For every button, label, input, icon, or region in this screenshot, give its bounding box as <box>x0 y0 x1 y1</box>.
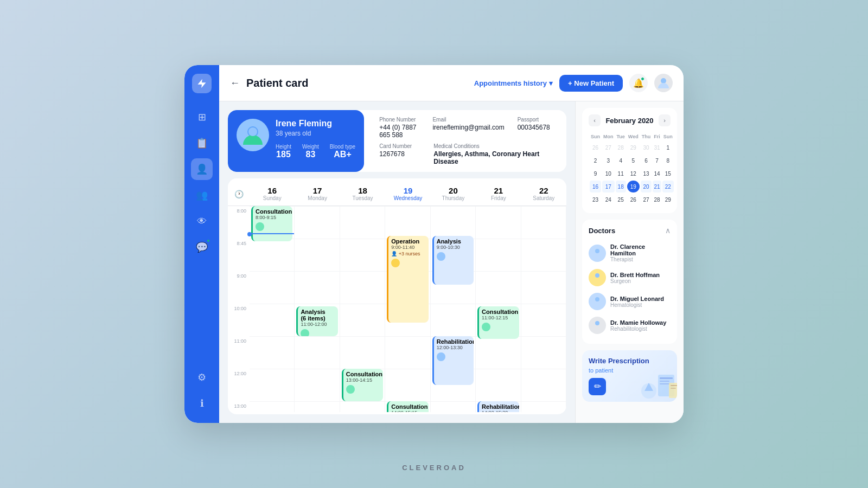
hour-line <box>250 369 294 369</box>
calendar-day[interactable]: 17 <box>602 181 615 192</box>
hour-line <box>476 271 520 272</box>
page-title: Patient card <box>246 77 468 89</box>
calendar-day[interactable]: 1 <box>662 142 674 153</box>
doctor-avatar <box>589 269 606 286</box>
svg-rect-12 <box>660 377 673 379</box>
calendar-day[interactable]: 7 <box>653 155 661 166</box>
calendar-day[interactable]: 21 <box>653 181 661 192</box>
calendar-day[interactable]: 19 <box>627 181 640 192</box>
prescription-card: Write Prescription to patient ✏ <box>582 350 677 402</box>
calendar-day[interactable]: 14 <box>653 168 661 179</box>
hour-line <box>431 401 475 402</box>
calendar-day[interactable]: 28 <box>653 194 661 206</box>
sidebar-item-records[interactable]: 📋 <box>191 132 213 154</box>
event-block[interactable]: Operation 9:00-11:40 👤 +3 nurses <box>387 236 428 323</box>
sidebar-item-monitor[interactable]: 👁 <box>191 210 213 232</box>
calendar-day[interactable]: 9 <box>590 168 601 179</box>
doctor-specialty: Hematologist <box>610 302 664 308</box>
event-block[interactable]: Rehabilitation 12:00-13:30 <box>432 336 474 385</box>
calendar-day[interactable]: 23 <box>590 194 601 206</box>
calendar-day[interactable]: 22 <box>662 181 674 192</box>
doctor-item[interactable]: Dr. Brett Hoffman Surgeon <box>589 266 671 290</box>
calendar-day[interactable]: 6 <box>641 155 652 166</box>
prescription-write-button[interactable]: ✏ <box>589 378 606 395</box>
time-slot: 9:00 <box>228 271 250 304</box>
doctor-name: Dr. Clarence Hamilton <box>610 243 671 256</box>
hour-line <box>476 304 520 304</box>
back-button[interactable]: ← <box>230 78 240 89</box>
notification-button[interactable]: 🔔 <box>629 74 648 92</box>
appointments-history-button[interactable]: Appointments history ▾ <box>474 79 553 87</box>
calendar-day[interactable]: 3 <box>602 155 615 166</box>
calendar-day[interactable]: 30 <box>641 142 652 153</box>
new-patient-button[interactable]: + New Patient <box>559 75 623 92</box>
calendar-day[interactable]: 26 <box>627 194 640 206</box>
calendar-day[interactable]: 28 <box>616 142 626 153</box>
sidebar-item-dashboard[interactable]: ⊞ <box>191 106 213 128</box>
current-time-line <box>250 233 294 234</box>
patient-info: Irene Fleming 38 years old Height 185 We… <box>276 119 355 159</box>
calendar-prev-button[interactable]: ‹ <box>589 114 601 126</box>
calendar-day[interactable]: 27 <box>641 194 652 206</box>
svg-point-6 <box>595 273 599 278</box>
calendar-day[interactable]: 16 <box>590 181 601 192</box>
day-column <box>521 206 566 412</box>
hour-line <box>295 401 339 402</box>
email-detail: Email irenefleming@gmail.com <box>432 117 504 139</box>
calendar-day[interactable]: 5 <box>627 155 640 166</box>
svg-point-8 <box>595 297 599 301</box>
calendar-day[interactable]: 10 <box>602 168 615 179</box>
svg-rect-18 <box>671 388 676 389</box>
sidebar-item-settings[interactable]: ⚙ <box>191 367 213 388</box>
sidebar-item-messages[interactable]: 💬 <box>191 236 213 258</box>
main-content: ← Patient card Appointments history ▾ + … <box>219 65 684 423</box>
user-avatar[interactable] <box>654 74 673 92</box>
calendar-day[interactable]: 24 <box>602 194 615 206</box>
event-block[interactable]: Consultation 13:00-14:15 <box>342 369 383 401</box>
calendar-day[interactable]: 26 <box>590 142 601 153</box>
time-slot: 10:00 <box>228 304 250 336</box>
doctors-section: Doctors ∧ Dr. Clarence Hamilton Therapis… <box>582 220 677 344</box>
day-column: Consultation 11:00-12:15 Rehabilitation … <box>476 206 521 412</box>
calendar-day[interactable]: 2 <box>590 155 601 166</box>
event-block[interactable]: Rehabilitation 14:00-15:30 <box>477 401 519 412</box>
hour-line <box>250 304 294 304</box>
calendar-day[interactable]: 12 <box>627 168 640 179</box>
header: ← Patient card Appointments history ▾ + … <box>219 65 684 101</box>
svg-point-0 <box>661 78 666 84</box>
calendar-day[interactable]: 31 <box>653 142 661 153</box>
calendar-day[interactable]: 29 <box>662 194 674 206</box>
doctors-title: Doctors <box>589 227 615 235</box>
calendar-next-button[interactable]: › <box>659 114 671 126</box>
doctor-specialty: Surgeon <box>610 278 660 284</box>
calendar-day[interactable]: 20 <box>641 181 652 192</box>
branding: CLEVEROAD <box>402 464 466 472</box>
event-block[interactable]: Analysis 9:00-10:30 <box>432 236 474 285</box>
event-block[interactable]: Analysis (6 items) 11:00-12:00 <box>296 306 337 336</box>
hour-line <box>250 336 294 337</box>
sidebar-item-info[interactable]: ℹ <box>191 393 213 414</box>
doctor-item[interactable]: Dr. Mamie Holloway Rehabilitologist <box>589 313 671 337</box>
calendar-day[interactable]: 13 <box>641 168 652 179</box>
svg-point-10 <box>595 321 599 325</box>
calendar-day[interactable]: 29 <box>627 142 640 153</box>
time-slot: 8:00 <box>228 206 250 239</box>
doctor-item[interactable]: Dr. Miguel Leonard Hematologist <box>589 290 671 313</box>
calendar-day[interactable]: 8 <box>662 155 674 166</box>
sidebar-item-patients[interactable]: 👤 <box>191 158 213 180</box>
calendar-day[interactable]: 27 <box>602 142 615 153</box>
hour-line <box>476 369 520 369</box>
sidebar-item-team[interactable]: 👥 <box>191 184 213 206</box>
doctors-collapse-button[interactable]: ∧ <box>665 226 671 235</box>
event-block[interactable]: Consultation 8:00-9:15 <box>251 206 292 241</box>
calendar-day[interactable]: 15 <box>662 168 674 179</box>
calendar-day[interactable]: 4 <box>616 155 626 166</box>
calendar-day[interactable]: 11 <box>616 168 626 179</box>
calendar-day[interactable]: 25 <box>616 194 626 206</box>
week-header-day: 22 Saturday <box>521 183 566 206</box>
event-block[interactable]: Consultation 14:00-15:15 <box>387 401 428 412</box>
doctor-item[interactable]: Dr. Clarence Hamilton Therapist <box>589 240 671 266</box>
event-block[interactable]: Consultation 11:00-12:15 <box>477 306 519 339</box>
doctor-info: Dr. Mamie Holloway Rehabilitologist <box>610 319 666 332</box>
calendar-day[interactable]: 18 <box>616 181 626 192</box>
